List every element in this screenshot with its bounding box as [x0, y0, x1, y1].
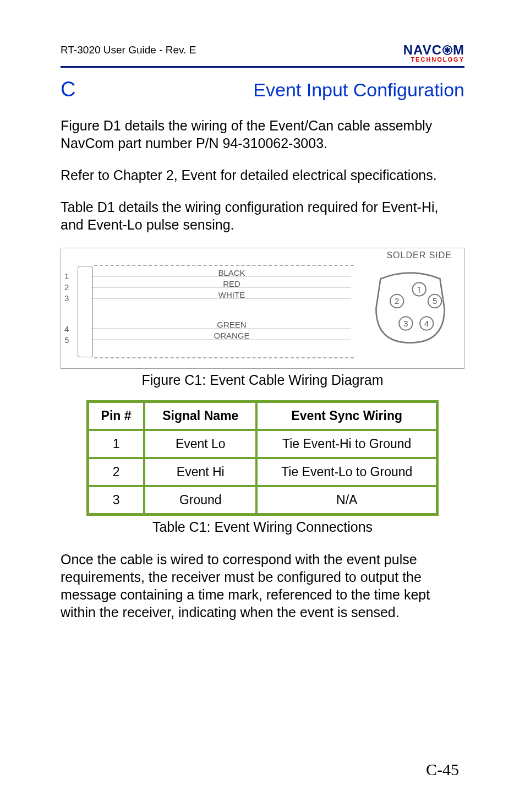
cell: 3 — [88, 486, 145, 515]
cell: Event Lo — [144, 430, 256, 458]
cell: 1 — [88, 430, 145, 458]
wire-black: BLACK — [199, 268, 265, 277]
wire-red: RED — [199, 279, 265, 288]
brand-logo: NAVC ✱ M TECHNOLOGY — [403, 44, 464, 63]
doc-title: RT-3020 User Guide - Rev. E — [61, 44, 196, 56]
wire-green: GREEN — [199, 320, 265, 329]
table-caption: Table C1: Event Wiring Connections — [61, 519, 464, 535]
wiring-diagram: SOLDER SIDE 1 2 3 4 5 BLACK RED WHITE GR… — [61, 248, 464, 369]
col-pin: Pin # — [88, 401, 145, 430]
cell: Ground — [144, 486, 256, 515]
table-row: 2 Event Hi Tie Event-Lo to Ground — [88, 458, 438, 486]
cell: Event Hi — [144, 458, 256, 486]
logo-text-a: NAVC — [403, 44, 442, 56]
cell: Tie Event-Lo to Ground — [256, 458, 437, 486]
table-row: 3 Ground N/A — [88, 486, 438, 515]
svg-text:1: 1 — [417, 285, 422, 293]
col-wiring: Event Sync Wiring — [256, 401, 437, 430]
col-signal: Signal Name — [144, 401, 256, 430]
section-title: Event Input Configuration — [253, 79, 464, 101]
figure-caption: Figure C1: Event Cable Wiring Diagram — [61, 372, 464, 388]
pin-num-5: 5 — [64, 335, 69, 345]
svg-text:3: 3 — [403, 319, 408, 328]
wire-orange: ORANGE — [199, 331, 265, 340]
pin-num-1: 1 — [64, 271, 69, 281]
header-rule — [61, 66, 464, 68]
cell: N/A — [256, 486, 437, 515]
solder-side-label: SOLDER SIDE — [386, 250, 452, 260]
paragraph-4: Once the cable is wired to correspond wi… — [61, 551, 464, 621]
svg-text:2: 2 — [395, 297, 399, 306]
paragraph-1: Figure D1 details the wiring of the Even… — [61, 117, 464, 152]
section-letter: C — [61, 78, 75, 101]
logo-text-b: M — [453, 44, 464, 56]
svg-text:5: 5 — [433, 297, 437, 306]
pin-num-3: 3 — [64, 293, 69, 303]
event-wiring-table: Pin # Signal Name Event Sync Wiring 1 Ev… — [86, 400, 439, 516]
pin-num-4: 4 — [64, 324, 69, 334]
connector-face-icon: 1 2 5 3 4 — [373, 271, 447, 346]
paragraph-3: Table D1 details the wiring configuratio… — [61, 198, 464, 233]
paragraph-2: Refer to Chapter 2, Event for detailed e… — [61, 166, 464, 184]
wire-white: WHITE — [199, 290, 265, 299]
table-row: 1 Event Lo Tie Event-Hi to Ground — [88, 430, 438, 458]
logo-asterisk-icon: ✱ — [442, 45, 452, 55]
svg-text:4: 4 — [424, 319, 429, 328]
logo-subtext: TECHNOLOGY — [403, 56, 464, 63]
cell: Tie Event-Hi to Ground — [256, 430, 437, 458]
page-number: C-45 — [426, 760, 459, 779]
pin-num-2: 2 — [64, 282, 69, 292]
cell: 2 — [88, 458, 145, 486]
